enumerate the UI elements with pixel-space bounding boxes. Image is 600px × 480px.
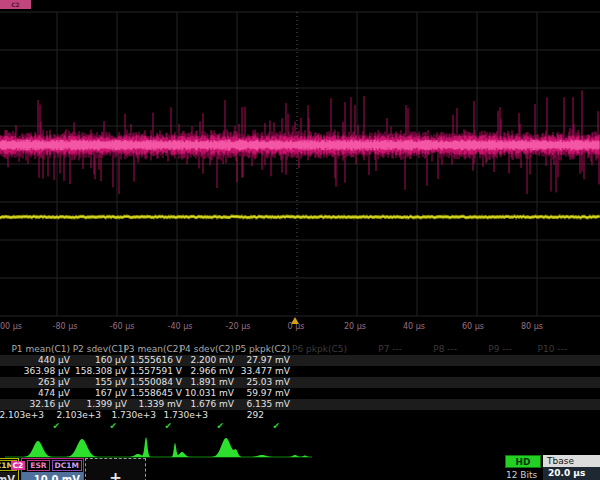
- param-header-P5[interactable]: P5 pkpk(C2): [235, 344, 290, 355]
- histicon: [123, 437, 163, 457]
- param-header-P1[interactable]: P1 mean(C1): [11, 344, 70, 355]
- table-row: 263 µV155 µV1.550084 V1.891 mV25.03 mV: [0, 377, 600, 388]
- top-left-badge: C2: [0, 0, 31, 9]
- time-axis-label: 40 µs: [403, 322, 425, 331]
- histicon: [18, 441, 58, 457]
- table-row: P1 mean(C1)P2 sdev(C1)P3 mean(C2)P4 sdev…: [0, 344, 600, 355]
- timebase-value: 20.0 µs: [543, 467, 600, 480]
- param-header-P9[interactable]: P9 ---: [488, 344, 512, 355]
- table-row: 2.103e+32.103e+31.730e+31.730e+3292: [0, 410, 600, 421]
- param-P4-num: 1.730e+3: [163, 410, 208, 421]
- param-P3-value: 1.555616 V: [130, 355, 182, 366]
- param-P1-max: 474 µV: [38, 388, 70, 399]
- time-axis-label: -80 µs: [53, 322, 78, 331]
- time-axis-label: 80 µs: [521, 322, 543, 331]
- param-header-P10[interactable]: P10 ---: [538, 344, 567, 355]
- param-P4-mean: 2.966 mV: [190, 366, 234, 377]
- channel-c2-badge: C2: [11, 461, 26, 470]
- param-header-P4[interactable]: P4 sdev(C2): [180, 344, 234, 355]
- oscilloscope-screen: C2 -100 µs-80 µs-60 µs-40 µs-20 µs0 µs20…: [0, 0, 600, 480]
- channel-c2-coupling-chip: DC1M: [52, 460, 82, 471]
- channel-c2-title: C2 ESR DC1M: [22, 459, 83, 472]
- param-P5-max: 59.97 mV: [246, 388, 290, 399]
- param-P5-sdev: 6.135 mV: [246, 399, 290, 410]
- param-P5-num: 292: [247, 410, 264, 421]
- channel-c1-scale: 10.0 mV: [0, 472, 18, 480]
- param-header-P8[interactable]: P8 ---: [433, 344, 457, 355]
- param-P1-value: 440 µV: [38, 355, 70, 366]
- waveform-grid: [0, 0, 600, 330]
- param-P2-min: 155 µV: [95, 377, 127, 388]
- param-header-P3[interactable]: P3 mean(C2): [123, 344, 182, 355]
- param-P3-sdev: 1.339 mV: [138, 399, 182, 410]
- measurement-table[interactable]: P1 mean(C1)P2 sdev(C1)P3 mean(C2)P4 sdev…: [0, 344, 600, 432]
- param-P4-max: 10.031 mV: [185, 388, 234, 399]
- plus-icon: +: [109, 469, 122, 480]
- table-row: 363.98 µV158.308 µV1.557591 V2.966 mV33.…: [0, 366, 600, 377]
- param-header-P7[interactable]: P7 ---: [378, 344, 402, 355]
- channel-c2-descriptor[interactable]: C2 ESR DC1M 10.0 mV: [21, 458, 84, 480]
- time-axis-label: 0 µs: [288, 322, 305, 331]
- param-P2-mean: 158.308 µV: [75, 366, 127, 377]
- param-P5-min: 25.03 mV: [246, 377, 290, 388]
- channel-c2-esr-chip: ESR: [27, 460, 49, 471]
- time-axis-label: -40 µs: [168, 322, 193, 331]
- time-axis-label: 20 µs: [344, 322, 366, 331]
- time-axis-label: -20 µs: [226, 322, 251, 331]
- table-row: 474 µV167 µV1.558645 V10.031 mV59.97 mV: [0, 388, 600, 399]
- param-P1-num: 2.103e+3: [0, 410, 44, 421]
- param-P3-max: 1.558645 V: [130, 388, 182, 399]
- bits-label: 12 Bits: [506, 470, 537, 480]
- param-P4-min: 1.891 mV: [190, 377, 234, 388]
- table-row: 440 µV160 µV1.555616 V2.200 mV27.97 mV: [0, 355, 600, 366]
- param-P2-num: 2.103e+3: [56, 410, 101, 421]
- param-header-P6[interactable]: P6 pkpk(C5): [292, 344, 347, 355]
- param-P4-value: 2.200 mV: [190, 355, 234, 366]
- graticule-lines: [0, 12, 600, 316]
- histicon: [159, 443, 199, 457]
- param-header-P2[interactable]: P2 sdev(C1): [73, 344, 127, 355]
- add-trace-button[interactable]: +: [85, 458, 146, 480]
- time-axis-label: -60 µs: [110, 322, 135, 331]
- histicon: [208, 438, 248, 457]
- timebase-descriptor[interactable]: Tbase 20.0 µs: [543, 455, 600, 480]
- histicon: [62, 439, 102, 457]
- param-P1-sdev: 32.16 µV: [29, 399, 70, 410]
- table-row: 32.16 µV1.399 µV1.339 mV1.676 mV6.135 mV: [0, 399, 600, 410]
- param-P3-mean: 1.557591 V: [130, 366, 182, 377]
- time-axis-label: -100 µs: [0, 322, 22, 331]
- time-axis-label: 60 µs: [462, 322, 484, 331]
- channel-c2-scale: 10.0 mV: [22, 472, 83, 480]
- param-P2-value: 160 µV: [95, 355, 127, 366]
- param-P2-max: 167 µV: [95, 388, 127, 399]
- param-P3-num: 1.730e+3: [111, 410, 156, 421]
- param-P2-sdev: 1.399 µV: [86, 399, 127, 410]
- param-P3-min: 1.550084 V: [130, 377, 182, 388]
- param-P4-sdev: 1.676 mV: [190, 399, 234, 410]
- param-P1-min: 263 µV: [38, 377, 70, 388]
- param-P1-mean: 363.98 µV: [24, 366, 70, 377]
- hd-mode-badge[interactable]: HD: [505, 455, 541, 468]
- param-P5-value: 27.97 mV: [246, 355, 290, 366]
- timebase-title: Tbase: [543, 455, 600, 467]
- param-P5-mean: 33.477 mV: [241, 366, 290, 377]
